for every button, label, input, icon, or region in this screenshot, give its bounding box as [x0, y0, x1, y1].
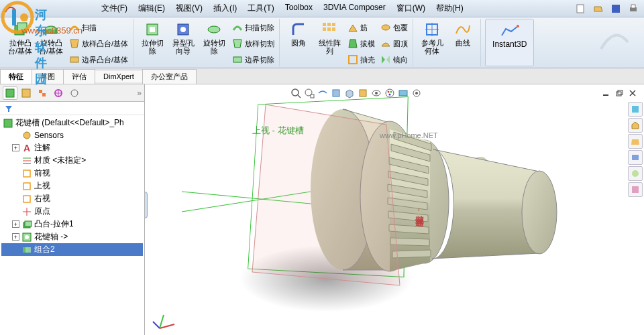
taskpane-custom-button[interactable]: [628, 182, 643, 197]
tree-feature-spline[interactable]: +花键轴 ->: [1, 230, 143, 243]
orientation-triad-icon[interactable]: [152, 312, 178, 332]
menu-edit[interactable]: 编辑(E): [133, 3, 170, 14]
menu-tools[interactable]: 工具(T): [242, 3, 279, 14]
boundary-button[interactable]: 边界凸台/基体: [67, 52, 130, 67]
dassault-logo-icon: [594, 19, 635, 59]
menu-file[interactable]: 文件(F): [96, 3, 133, 14]
instant3d-button[interactable]: Instant3D: [485, 19, 534, 66]
reference-geometry-button[interactable]: 参考几何体: [417, 20, 447, 56]
draft-button[interactable]: 拔模: [345, 36, 377, 51]
tree-plane-front[interactable]: 前视: [1, 167, 143, 180]
qat-print-button[interactable]: [627, 2, 640, 15]
svg-point-40: [389, 94, 391, 96]
tree-annotations[interactable]: +A注解: [1, 141, 143, 154]
property-manager-tab[interactable]: [19, 86, 34, 100]
svg-point-2: [20, 13, 28, 21]
svg-point-14: [180, 27, 186, 32]
tree-feature-combine[interactable]: 组合2: [1, 243, 143, 256]
loft-button[interactable]: 放样凸台/基体: [67, 36, 130, 51]
feature-manager-tab[interactable]: [3, 86, 17, 100]
wrap-button[interactable]: 包覆: [378, 20, 410, 35]
section-view-icon[interactable]: [330, 87, 342, 99]
tree-material[interactable]: 材质 <未指定>: [1, 154, 143, 167]
qat-new-button[interactable]: [574, 2, 588, 15]
fillet-button[interactable]: 圆角: [284, 20, 313, 48]
tree-plane-right[interactable]: 右视: [1, 192, 143, 205]
curves-button[interactable]: 曲线: [448, 20, 478, 48]
svg-point-56: [71, 90, 78, 96]
menu-view[interactable]: 视图(V): [170, 3, 208, 14]
linear-pattern-button[interactable]: 线性阵列: [315, 20, 344, 56]
taskpane-library-button[interactable]: [628, 118, 643, 133]
svg-point-85: [632, 170, 639, 177]
view-orientation-icon[interactable]: [343, 87, 356, 99]
svg-rect-68: [25, 221, 32, 226]
svg-rect-10: [70, 57, 78, 62]
shell-button[interactable]: 抽壳: [345, 52, 377, 67]
qat-open-button[interactable]: [592, 2, 605, 15]
menu-composer[interactable]: 3DVIA Composer: [318, 3, 391, 14]
menu-insert[interactable]: 插入(I): [208, 3, 242, 14]
tab-dimxpert[interactable]: DimXpert: [95, 70, 143, 82]
tree-sensors[interactable]: Sensors: [1, 129, 143, 141]
tree-plane-top[interactable]: 上视: [1, 180, 143, 192]
svg-point-28: [517, 25, 519, 27]
sweep-cut-button[interactable]: 扫描切除: [230, 20, 276, 35]
extrude-cut-button[interactable]: 拉伸切除: [138, 20, 167, 56]
tree-feature-extrude[interactable]: +凸台-拉伸1: [1, 218, 143, 230]
taskpane-appearances-button[interactable]: [628, 166, 643, 181]
taskpane-palette-button[interactable]: [628, 150, 643, 165]
rib-button[interactable]: 筋: [345, 20, 377, 35]
taskpane-resources-button[interactable]: [628, 102, 643, 117]
menu-help[interactable]: 帮助(H): [431, 3, 469, 14]
tab-office[interactable]: 办公室产品: [142, 69, 197, 84]
hole-wizard-button[interactable]: 异型孔向导: [168, 20, 198, 56]
tab-features[interactable]: 特征: [0, 69, 32, 84]
tree-root-part[interactable]: 花键槽 (Default<<Default>_Ph: [1, 117, 143, 129]
dimxpert-manager-tab[interactable]: [51, 86, 66, 100]
svg-rect-62: [23, 170, 30, 177]
loft-cut-button[interactable]: 放样切割: [230, 36, 276, 51]
viewport-watermark: www.pHome.NET: [380, 131, 438, 139]
svg-rect-52: [42, 93, 46, 96]
taskpane-explorer-button[interactable]: [628, 134, 643, 149]
mirror-button[interactable]: 镜向: [378, 52, 410, 67]
display-manager-tab[interactable]: [67, 86, 82, 100]
svg-rect-50: [22, 89, 30, 97]
configuration-manager-tab[interactable]: [35, 86, 50, 100]
panel-expand-icon[interactable]: »: [137, 88, 142, 98]
menu-toolbox[interactable]: Toolbox: [280, 3, 318, 14]
dome-button[interactable]: 圆顶: [378, 36, 410, 51]
3d-viewport[interactable]: 上视 - 花键槽 花键-创建器 www.pHome.NET: [145, 84, 644, 335]
feature-manager-panel: » 花键槽 (Default<<Default>_Ph Sensors +A注解…: [0, 84, 145, 335]
apply-scene-icon[interactable]: [397, 87, 409, 99]
svg-rect-19: [332, 23, 335, 26]
svg-line-30: [298, 95, 301, 98]
zoom-area-icon[interactable]: [303, 87, 315, 99]
filter-icon: [4, 104, 13, 113]
svg-rect-83: [632, 106, 639, 113]
tree-origin[interactable]: 原点: [1, 205, 143, 218]
svg-point-29: [292, 89, 299, 96]
svg-rect-6: [631, 5, 635, 8]
mdi-minimize-button[interactable]: [600, 87, 612, 99]
view-settings-icon[interactable]: [411, 87, 423, 99]
revolve-cut-button[interactable]: 旋转切除: [199, 20, 229, 56]
3d-model[interactable]: [225, 86, 601, 314]
mdi-restore-button[interactable]: [613, 87, 625, 99]
feature-vertical-label: 花键-创建器: [413, 208, 425, 211]
qat-save-button[interactable]: [609, 2, 623, 15]
edit-appearance-icon[interactable]: [384, 87, 396, 99]
task-pane: [628, 102, 644, 197]
tab-evaluate[interactable]: 评估: [63, 69, 95, 84]
boundary-cut-button[interactable]: 边界切除: [230, 52, 276, 67]
display-style-icon[interactable]: [357, 87, 369, 99]
zoom-fit-icon[interactable]: [290, 87, 302, 99]
svg-point-15: [208, 26, 220, 33]
menu-window[interactable]: 窗口(W): [391, 3, 431, 14]
panel-splitter-handle[interactable]: [145, 192, 148, 218]
previous-view-icon[interactable]: [317, 87, 329, 99]
mdi-close-button[interactable]: [627, 87, 639, 99]
hide-show-icon[interactable]: [370, 87, 382, 99]
tree-filter-bar[interactable]: [0, 102, 144, 115]
